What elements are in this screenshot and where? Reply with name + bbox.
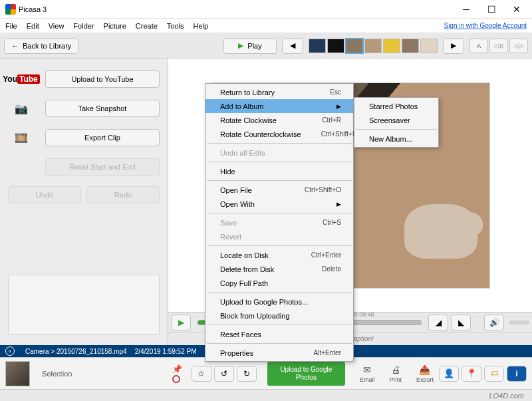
ctx-upload-to-google-photos-[interactable]: Upload to Google Photos... bbox=[205, 295, 353, 309]
ctx-save[interactable]: SaveCtrl+S bbox=[205, 215, 353, 229]
rotate-ccw-button[interactable]: ↺ bbox=[214, 366, 234, 382]
view-mode-aa[interactable]: A|A bbox=[509, 39, 528, 53]
menu-tools[interactable]: Tools bbox=[167, 22, 184, 30]
back-arrow-icon: ← bbox=[11, 42, 19, 50]
view-mode-group: A A|B A|A bbox=[469, 39, 528, 53]
play-button[interactable]: ▶ Play bbox=[223, 38, 277, 54]
back-label: Back to Library bbox=[23, 42, 71, 50]
ctx-properties[interactable]: PropertiesAlt+Enter bbox=[205, 346, 353, 360]
thumb-3[interactable] bbox=[346, 39, 363, 53]
clear-tray-icon[interactable] bbox=[172, 375, 180, 383]
ctx-hide[interactable]: Hide bbox=[205, 164, 353, 178]
subctx-starred-photos[interactable]: Starred Photos bbox=[354, 99, 438, 113]
menu-help[interactable]: Help bbox=[194, 22, 209, 30]
thumbnail-strip bbox=[309, 39, 438, 53]
tag-button[interactable]: 🏷 bbox=[484, 366, 504, 382]
menu-view[interactable]: View bbox=[49, 22, 65, 30]
thumb-6[interactable] bbox=[402, 39, 419, 53]
export-icon: 📤 bbox=[419, 364, 430, 375]
geotag-button[interactable]: 📍 bbox=[462, 366, 481, 382]
upload-label: Upload to Google Photos bbox=[280, 366, 332, 381]
back-to-library-button[interactable]: ← Back to Library bbox=[4, 38, 78, 54]
export-clip-button[interactable]: Export Clip bbox=[45, 129, 160, 146]
star-row: ☆ ↺ ↻ bbox=[192, 366, 257, 382]
youtube-icon: YouTube bbox=[8, 69, 35, 89]
tray-thumb[interactable] bbox=[5, 361, 30, 386]
star-button[interactable]: ☆ bbox=[192, 366, 211, 382]
prev-image-button[interactable]: ◀ bbox=[282, 38, 303, 54]
ctx-rotate-counterclockwise[interactable]: Rotate CounterclockwiseCtrl+Shift+R bbox=[205, 127, 353, 141]
thumb-5[interactable] bbox=[383, 39, 400, 53]
email-label: Email bbox=[360, 376, 375, 383]
minimize-button[interactable]: ─ bbox=[454, 1, 479, 18]
thumb-2[interactable] bbox=[327, 39, 344, 53]
print-label: Print bbox=[389, 376, 402, 383]
menu-folder[interactable]: Folder bbox=[73, 22, 94, 30]
collapse-toggle[interactable]: « bbox=[5, 346, 15, 356]
menu-bar: File Edit View Folder Picture Create Too… bbox=[0, 19, 532, 33]
ctx-open-file[interactable]: Open FileCtrl+Shift+O bbox=[205, 183, 353, 197]
rotate-cw-button[interactable]: ↻ bbox=[237, 366, 257, 382]
ctx-open-with[interactable]: Open With▶ bbox=[205, 197, 353, 211]
volume-button[interactable]: 🔊 bbox=[484, 315, 504, 331]
ctx-block-from-uploading[interactable]: Block from Uploading bbox=[205, 309, 353, 323]
upload-youtube-button[interactable]: Upload to YouTube bbox=[45, 70, 160, 88]
mark-out-button[interactable]: ◣ bbox=[451, 315, 471, 331]
menu-picture[interactable]: Picture bbox=[104, 22, 126, 30]
film-icon: 🎞️ bbox=[8, 128, 35, 148]
footer-bar: LO4D.com bbox=[0, 389, 532, 401]
app-logo-icon bbox=[5, 4, 16, 15]
upload-youtube-row: YouTube Upload to YouTube bbox=[8, 69, 160, 89]
maximize-button[interactable]: ☐ bbox=[479, 1, 504, 18]
selection-label: Selection bbox=[42, 370, 164, 378]
export-action[interactable]: 📤 Export bbox=[416, 364, 434, 383]
tray-tools: 📌 bbox=[172, 364, 182, 383]
thumb-1[interactable] bbox=[309, 39, 326, 53]
email-icon: ✉ bbox=[363, 364, 371, 375]
pin-icon[interactable]: 📌 bbox=[172, 364, 182, 374]
ctx-return-to-library[interactable]: Return to LibraryEsc bbox=[205, 85, 353, 99]
thumb-7[interactable] bbox=[420, 39, 438, 53]
undo-redo-group: Undo Redo bbox=[8, 186, 160, 203]
play-icon: ▶ bbox=[238, 41, 243, 50]
mark-in-button[interactable]: ◢ bbox=[428, 315, 448, 331]
next-image-button[interactable]: ▶ bbox=[443, 38, 464, 54]
sidebar: YouTube Upload to YouTube 📷 Take Snapsho… bbox=[0, 59, 168, 345]
view-mode-ab[interactable]: A|B bbox=[489, 39, 508, 53]
ctx-revert[interactable]: Revert bbox=[205, 229, 353, 243]
title-bar: Picasa 3 ─ ☐ ✕ bbox=[0, 0, 532, 19]
people-button[interactable]: 👤 bbox=[439, 366, 459, 382]
view-mode-a[interactable]: A bbox=[469, 39, 488, 53]
reset-start-end-button[interactable]: Reset Start and End bbox=[45, 158, 160, 176]
menu-file[interactable]: File bbox=[5, 22, 17, 30]
context-menu[interactable]: Return to LibraryEscAdd to Album▶Rotate … bbox=[205, 83, 354, 362]
redo-button[interactable]: Redo bbox=[86, 186, 160, 203]
menu-create[interactable]: Create bbox=[136, 22, 158, 30]
email-action[interactable]: ✉ Email bbox=[360, 364, 375, 383]
ctx-copy-full-path[interactable]: Copy Full Path bbox=[205, 276, 353, 290]
ctx-add-to-album[interactable]: Add to Album▶ bbox=[205, 99, 353, 113]
volume-slider[interactable] bbox=[509, 321, 529, 325]
close-button[interactable]: ✕ bbox=[504, 1, 529, 18]
export-row: 🎞️ Export Clip bbox=[8, 128, 160, 148]
context-submenu[interactable]: Starred PhotosScreensaverNew Album... bbox=[354, 97, 439, 148]
signin-link[interactable]: Sign in with Google Account bbox=[444, 22, 527, 29]
status-path: Camera > 20150726_210158.mp4 bbox=[25, 348, 127, 355]
ctx-undo-all-edits[interactable]: Undo all Edits bbox=[205, 146, 353, 160]
thumb-4[interactable] bbox=[364, 39, 382, 53]
menu-edit[interactable]: Edit bbox=[27, 22, 39, 30]
ctx-reset-faces[interactable]: Reset Faces bbox=[205, 327, 353, 341]
print-action[interactable]: 🖨 Print bbox=[389, 364, 402, 383]
snapshot-button[interactable]: Take Snapshot bbox=[45, 100, 160, 117]
ctx-delete-from-disk[interactable]: Delete from DiskDelete bbox=[205, 262, 353, 276]
status-date: 2/4/2019 1:59:52 PM bbox=[135, 348, 197, 355]
ctx-locate-on-disk[interactable]: Locate on DiskCtrl+Enter bbox=[205, 248, 353, 262]
ctx-rotate-clockwise[interactable]: Rotate ClockwiseCtrl+R bbox=[205, 113, 353, 127]
subctx-screensaver[interactable]: Screensaver bbox=[354, 113, 438, 127]
info-button[interactable]: i bbox=[507, 366, 527, 382]
upload-google-photos-button[interactable]: Upload to Google Photos bbox=[267, 362, 345, 386]
timeline-play-button[interactable]: ▶ bbox=[171, 315, 191, 331]
camera-icon: 📷 bbox=[8, 98, 35, 118]
subctx-new-album-[interactable]: New Album... bbox=[354, 132, 438, 146]
undo-button[interactable]: Undo bbox=[8, 186, 81, 203]
